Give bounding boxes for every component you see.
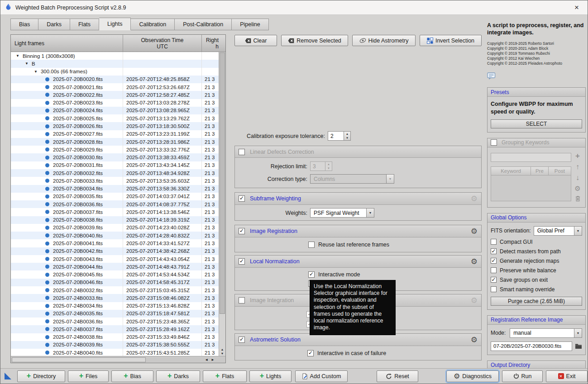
file-row[interactable]: 2025-07-20B0021.fits2025-07-20T12:53:26.… (11, 83, 219, 91)
tree-row[interactable]: ▼Binning 1 (3008x3008) (11, 52, 219, 60)
reference-image-path-input[interactable]: 07-20B/2025-07-20B0030.fits (491, 341, 572, 351)
tree-row[interactable]: ▼B (11, 60, 219, 67)
checkbox-icon[interactable] (239, 297, 245, 303)
checkbox-icon[interactable] (308, 271, 315, 278)
invert-selection-button[interactable]: Invert Selection (420, 35, 482, 46)
exit-button[interactable]: ✕ Exit (546, 370, 588, 382)
fits-orientation-dropdown[interactable]: Global Pref ▼ (534, 226, 582, 236)
checkbox-icon[interactable] (307, 350, 314, 356)
checkbox-icon[interactable] (491, 267, 497, 273)
collapse-arrow-icon[interactable]: ▼ (34, 70, 38, 74)
tab-calibration[interactable]: Calibration (131, 19, 175, 30)
option-checkbox-row[interactable]: Compact GUI (491, 239, 582, 245)
gear-icon[interactable]: ⚙ (471, 336, 478, 344)
section-title-link[interactable]: Image Registration (250, 228, 297, 234)
tab-lights[interactable]: Lights (99, 18, 131, 30)
horizontal-scrollbar[interactable]: ◄► (11, 356, 225, 363)
mode-dropdown[interactable]: manual ▼ (510, 328, 582, 338)
option-checkbox-row[interactable]: Smart naming override (491, 286, 582, 293)
collapse-arrow-icon[interactable]: ▼ (16, 54, 19, 58)
horizontal-scrollbar-arrows[interactable]: ◄► (205, 358, 225, 362)
option-checkbox-row[interactable]: Preserve white balance (491, 267, 582, 274)
interactive-failure-row[interactable]: Interactive in case of failure (307, 350, 481, 356)
file-row[interactable]: 2025-07-20B0038.fits2025-07-20T14:18:39.… (11, 216, 219, 224)
checkbox-icon[interactable] (239, 258, 245, 265)
close-icon[interactable]: × (570, 3, 583, 12)
checkbox-icon[interactable] (491, 258, 497, 264)
calibration-tolerance-spinner[interactable]: ▲▼ (344, 131, 351, 141)
file-row[interactable]: 2025-07-24B0033.fits2025-07-23T15:08:46.… (11, 294, 219, 302)
file-row[interactable]: 2025-07-24B0040.fits2025-07-23T15:43:51.… (11, 349, 219, 356)
file-row[interactable]: 2025-07-20B0042.fits2025-07-20T14:38:42.… (11, 247, 219, 255)
tab-darks[interactable]: Darks (38, 19, 70, 30)
add-custom-button[interactable]: Add Custom (295, 370, 348, 382)
vertical-scrollbar-arrows[interactable]: ▲▼ (219, 347, 225, 356)
file-row[interactable]: 2025-07-20B0037.fits2025-07-20T14:13:38.… (11, 208, 219, 216)
file-row[interactable]: 2025-07-20B0046.fits2025-07-20T14:58:45.… (11, 279, 219, 286)
file-row[interactable]: 2025-07-20B0020.fits2025-07-20T12:48:25.… (11, 76, 219, 83)
add-flats-button[interactable]: +Flats (203, 370, 247, 382)
gear-icon[interactable]: ⚙ (471, 258, 478, 265)
file-row[interactable]: 2025-07-20B0028.fits2025-07-20T13:28:31.… (11, 138, 219, 146)
tab-flats[interactable]: Flats (70, 19, 99, 30)
checkbox-icon[interactable] (239, 149, 245, 155)
option-checkbox-row[interactable]: Save groups on exit (491, 277, 582, 283)
add-files-button[interactable]: +Files (68, 370, 109, 382)
file-row[interactable]: 2025-07-24B0035.fits2025-07-23T15:18:47.… (11, 310, 219, 318)
file-row[interactable]: 2025-07-24B0038.fits2025-07-23T15:33:49.… (11, 333, 219, 341)
add-lights-button[interactable]: +Lights (249, 370, 292, 382)
section-title-link[interactable]: Subframe Weighting (250, 195, 301, 202)
clear-button[interactable]: Clear (234, 35, 277, 46)
file-row[interactable]: 2025-07-20B0039.fits2025-07-20T14:23:40.… (11, 224, 219, 232)
horizontal-scrollbar-thumb[interactable] (12, 357, 146, 362)
file-row[interactable]: 2025-07-20B0045.fits2025-07-20T14:53:44.… (11, 270, 219, 278)
reuse-reference-row[interactable]: Reuse last reference frames (308, 242, 481, 248)
option-checkbox-row[interactable]: Detect masters from path (491, 248, 582, 255)
calibration-tolerance-input[interactable]: 2 (328, 131, 344, 141)
option-checkbox-row[interactable]: Generate rejection maps (491, 258, 582, 264)
diagnostics-button[interactable]: ⚙ Diagnostics (446, 370, 499, 382)
column-header-right-ascension[interactable]: Righth (202, 35, 220, 52)
file-row[interactable]: 2025-07-24B0036.fits2025-07-23T15:23:48.… (11, 318, 219, 325)
file-row[interactable]: 2025-07-24B0039.fits2025-07-23T15:38:50.… (11, 341, 219, 349)
checkbox-icon[interactable] (491, 139, 497, 146)
file-row[interactable]: 2025-07-20B0044.fits2025-07-20T14:48:43.… (11, 263, 219, 270)
global-options-title-link[interactable]: Global Options (491, 214, 526, 221)
file-row[interactable]: 2025-07-20B0032.fits2025-07-20T13:48:34.… (11, 169, 219, 177)
folder-icon[interactable] (575, 343, 582, 349)
file-row[interactable]: 2025-07-20B0029.fits2025-07-20T13:33:32.… (11, 146, 219, 153)
interactive-mode-row[interactable]: Interactive mode (308, 271, 481, 278)
add-darks-button[interactable]: +Darks (156, 370, 200, 382)
column-header-observation-time[interactable]: Observation TimeUTC (123, 35, 202, 52)
new-instance-icon[interactable] (5, 373, 11, 379)
presets-title-link[interactable]: Presets (491, 89, 509, 95)
file-row[interactable]: 2025-07-20B0040.fits2025-07-20T14:28:40.… (11, 232, 219, 239)
file-row[interactable]: 2025-07-20B0027.fits2025-07-20T13:23:31.… (11, 130, 219, 138)
tab-post-calibration[interactable]: Post-Calibration (175, 19, 232, 30)
section-title-link[interactable]: Local Normalization (250, 258, 300, 265)
output-directory-title-link[interactable]: Output Directory (491, 362, 530, 368)
collapse-arrow-icon[interactable]: ▼ (25, 62, 29, 66)
file-row[interactable]: 2025-07-20B0041.fits2025-07-20T14:33:41.… (11, 239, 219, 247)
comment-icon[interactable] (487, 72, 586, 82)
purge-cache-button[interactable]: Purge cache (2.65 MiB) (491, 297, 582, 306)
checkbox-icon[interactable] (239, 228, 245, 234)
checkbox-icon[interactable] (239, 337, 245, 343)
remove-selected-button[interactable]: Remove Selected (281, 35, 348, 46)
vertical-scrollbar[interactable]: ▲▼ (219, 52, 225, 356)
run-button[interactable]: Run (502, 370, 543, 382)
file-row[interactable]: 2025-07-24B0037.fits2025-07-23T15:28:49.… (11, 325, 219, 333)
file-row[interactable]: 2025-07-20B0025.fits2025-07-20T13:13:29.… (11, 114, 219, 122)
checkbox-icon[interactable] (491, 277, 497, 283)
file-row[interactable]: 2025-07-20B0034.fits2025-07-20T13:58:36.… (11, 185, 219, 193)
file-row[interactable]: 2025-07-20B0026.fits2025-07-20T13:18:30.… (11, 122, 219, 130)
weights-dropdown[interactable]: PSF Signal Weight ▼ (310, 208, 374, 218)
tab-bias[interactable]: Bias (10, 19, 38, 30)
hide-astrometry-button[interactable]: Hide Astrometry (352, 35, 416, 46)
gear-icon[interactable]: ⚙ (471, 195, 478, 203)
file-row[interactable]: 2025-07-20B0036.fits2025-07-20T14:08:37.… (11, 200, 219, 208)
checkbox-icon[interactable] (308, 242, 315, 248)
registration-reference-title-link[interactable]: Registration Reference Image (491, 317, 563, 323)
file-row[interactable]: 2025-07-20B0022.fits2025-07-20T12:58:27.… (11, 91, 219, 99)
presets-select-button[interactable]: SELECT (491, 119, 582, 128)
